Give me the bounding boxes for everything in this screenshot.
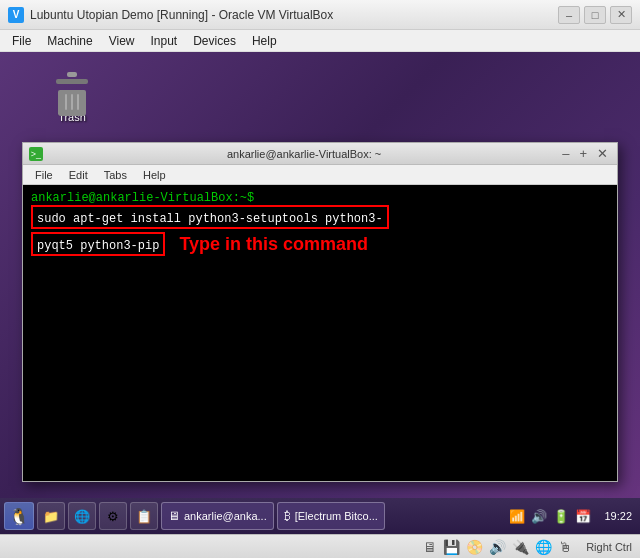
taskbar-clock[interactable]: 19:22 bbox=[600, 509, 636, 523]
taskbar-app-4[interactable]: 📋 bbox=[130, 502, 158, 530]
command-part2-text: pyqt5 python3-pip bbox=[37, 239, 159, 253]
statusbar-usb-icon[interactable]: 🔌 bbox=[512, 539, 529, 555]
taskbar-electrum-label: [Electrum Bitco... bbox=[295, 510, 378, 522]
vbox-menu-devices[interactable]: Devices bbox=[185, 32, 244, 50]
vbox-menu-help[interactable]: Help bbox=[244, 32, 285, 50]
vbox-window-controls: – □ ✕ bbox=[558, 6, 632, 24]
virtualbox-window: V Lubuntu Utopian Demo [Running] - Oracl… bbox=[0, 0, 640, 558]
taskbar-app-1[interactable]: 📁 bbox=[37, 502, 65, 530]
vbox-statusbar: 🖥 💾 📀 🔊 🔌 🌐 🖱 Right Ctrl bbox=[0, 534, 640, 558]
terminal-minimize-btn[interactable]: – bbox=[559, 146, 572, 161]
taskbar-app-4-icon: 📋 bbox=[136, 509, 152, 524]
taskbar-terminal-icon: 🖥 bbox=[168, 509, 180, 523]
tray-battery-icon[interactable]: 🔋 bbox=[551, 509, 571, 524]
statusbar-display-icon[interactable]: 🖥 bbox=[423, 539, 437, 555]
statusbar-optical-icon[interactable]: 📀 bbox=[466, 539, 483, 555]
annotation-label: Type in this command bbox=[179, 234, 368, 255]
vbox-title-text: Lubuntu Utopian Demo [Running] - Oracle … bbox=[30, 8, 558, 22]
vbox-titlebar: V Lubuntu Utopian Demo [Running] - Oracl… bbox=[0, 0, 640, 30]
taskbar-terminal-label: ankarlie@anka... bbox=[184, 510, 267, 522]
terminal-menu-tabs[interactable]: Tabs bbox=[96, 168, 135, 182]
statusbar-audio-icon[interactable]: 🔊 bbox=[489, 539, 506, 555]
taskbar-app-3-icon: ⚙ bbox=[107, 509, 119, 524]
terminal-maximize-btn[interactable]: + bbox=[576, 146, 590, 161]
vbox-menu-machine[interactable]: Machine bbox=[39, 32, 100, 50]
terminal-close-btn[interactable]: ✕ bbox=[594, 146, 611, 161]
command-part2-highlight: pyqt5 python3-pip bbox=[31, 232, 165, 256]
vbox-minimize-btn[interactable]: – bbox=[558, 6, 580, 24]
taskbar-window-electrum[interactable]: ₿ [Electrum Bitco... bbox=[277, 502, 385, 530]
vbox-menubar: File Machine View Input Devices Help bbox=[0, 30, 640, 52]
clock-time: 19:22 bbox=[604, 510, 632, 522]
vbox-close-btn[interactable]: ✕ bbox=[610, 6, 632, 24]
taskbar-window-terminal[interactable]: 🖥 ankarlie@anka... bbox=[161, 502, 274, 530]
vbox-menu-file[interactable]: File bbox=[4, 32, 39, 50]
start-icon: 🐧 bbox=[9, 507, 29, 526]
taskbar-app-3[interactable]: ⚙ bbox=[99, 502, 127, 530]
taskbar-start-btn[interactable]: 🐧 bbox=[4, 502, 34, 530]
command-part1-text: sudo apt-get install python3-setuptools … bbox=[37, 212, 383, 226]
statusbar-right-ctrl-label: Right Ctrl bbox=[586, 541, 632, 553]
taskbar-electrum-icon: ₿ bbox=[284, 509, 291, 523]
tray-network-icon[interactable]: 📶 bbox=[507, 509, 527, 524]
vbox-app-icon: V bbox=[8, 7, 24, 23]
guest-os-area: Trash >_ ankarlie@ankarlie-VirtualBox: ~… bbox=[0, 52, 640, 534]
system-tray: 📶 🔊 🔋 📅 bbox=[503, 509, 597, 524]
guest-taskbar: 🐧 📁 🌐 ⚙ 📋 🖥 ankarlie@anka... ₿ bbox=[0, 498, 640, 534]
terminal-menubar: File Edit Tabs Help bbox=[23, 165, 617, 185]
vbox-menu-view[interactable]: View bbox=[101, 32, 143, 50]
taskbar-app-2[interactable]: 🌐 bbox=[68, 502, 96, 530]
terminal-line-1: ankarlie@ankarlie-VirtualBox:~$ sudo apt… bbox=[31, 191, 609, 229]
terminal-menu-help[interactable]: Help bbox=[135, 168, 174, 182]
terminal-icon: >_ bbox=[29, 147, 43, 161]
statusbar-mouse-icon[interactable]: 🖱 bbox=[558, 539, 572, 555]
desktop-icon-trash[interactable]: Trash bbox=[42, 72, 102, 123]
terminal-line-2: pyqt5 python3-pip Type in this command bbox=[31, 232, 609, 256]
terminal-menu-edit[interactable]: Edit bbox=[61, 168, 96, 182]
statusbar-network-icon[interactable]: 🌐 bbox=[535, 539, 552, 555]
taskbar-app-2-icon: 🌐 bbox=[74, 509, 90, 524]
tray-volume-icon[interactable]: 🔊 bbox=[529, 509, 549, 524]
terminal-title: ankarlie@ankarlie-VirtualBox: ~ bbox=[49, 148, 559, 160]
terminal-window: >_ ankarlie@ankarlie-VirtualBox: ~ – + ✕… bbox=[22, 142, 618, 482]
terminal-prompt: ankarlie@ankarlie-VirtualBox:~$ bbox=[31, 191, 261, 205]
terminal-window-controls: – + ✕ bbox=[559, 146, 611, 161]
terminal-titlebar: >_ ankarlie@ankarlie-VirtualBox: ~ – + ✕ bbox=[23, 143, 617, 165]
terminal-content[interactable]: ankarlie@ankarlie-VirtualBox:~$ sudo apt… bbox=[23, 185, 617, 481]
tray-calendar-icon[interactable]: 📅 bbox=[573, 509, 593, 524]
taskbar-app-1-icon: 📁 bbox=[43, 509, 59, 524]
statusbar-storage-icon[interactable]: 💾 bbox=[443, 539, 460, 555]
terminal-menu-file[interactable]: File bbox=[27, 168, 61, 182]
vbox-restore-btn[interactable]: □ bbox=[584, 6, 606, 24]
trash-icon bbox=[54, 72, 90, 108]
vbox-menu-input[interactable]: Input bbox=[143, 32, 186, 50]
command-part1-highlight: sudo apt-get install python3-setuptools … bbox=[31, 205, 389, 229]
